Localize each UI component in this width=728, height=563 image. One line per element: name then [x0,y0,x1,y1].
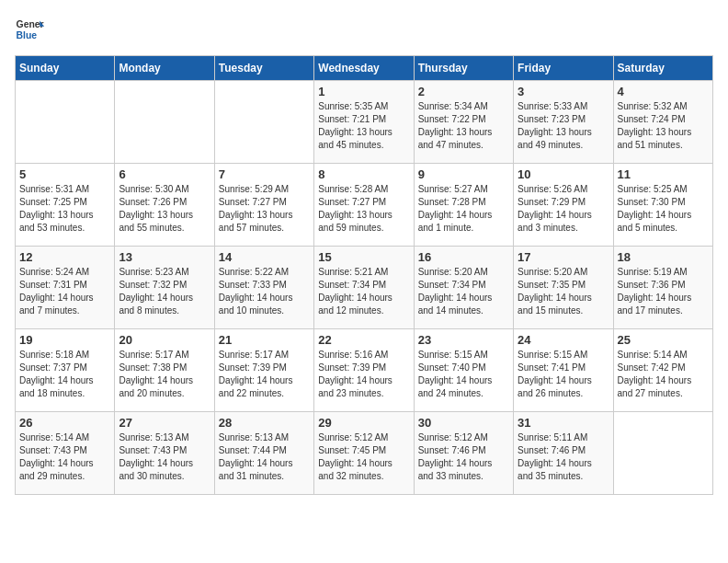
weekday-header: Thursday [414,56,513,81]
calendar-cell: 23Sunrise: 5:15 AM Sunset: 7:40 PM Dayli… [414,329,513,412]
day-info: Sunrise: 5:30 AM Sunset: 7:26 PM Dayligh… [119,183,210,235]
day-number: 31 [518,416,609,430]
day-info: Sunrise: 5:33 AM Sunset: 7:23 PM Dayligh… [518,100,609,152]
day-number: 26 [19,416,110,430]
calendar-cell: 3Sunrise: 5:33 AM Sunset: 7:23 PM Daylig… [514,81,613,164]
calendar-week-row: 5Sunrise: 5:31 AM Sunset: 7:25 PM Daylig… [16,164,713,247]
day-info: Sunrise: 5:35 AM Sunset: 7:21 PM Dayligh… [318,100,409,152]
day-number: 5 [19,167,110,181]
day-number: 29 [318,416,409,430]
calendar-cell: 1Sunrise: 5:35 AM Sunset: 7:21 PM Daylig… [314,81,414,164]
calendar-cell: 18Sunrise: 5:19 AM Sunset: 7:36 PM Dayli… [613,247,712,329]
calendar-cell: 20Sunrise: 5:17 AM Sunset: 7:38 PM Dayli… [115,329,214,412]
day-number: 11 [618,167,709,181]
weekday-header: Tuesday [214,56,313,81]
day-info: Sunrise: 5:11 AM Sunset: 7:46 PM Dayligh… [518,431,609,483]
day-info: Sunrise: 5:34 AM Sunset: 7:22 PM Dayligh… [418,100,509,152]
day-number: 18 [618,250,709,264]
calendar-cell: 9Sunrise: 5:27 AM Sunset: 7:28 PM Daylig… [414,164,513,247]
day-number: 24 [518,333,609,347]
day-info: Sunrise: 5:29 AM Sunset: 7:27 PM Dayligh… [219,183,310,235]
day-number: 23 [418,333,509,347]
day-number: 28 [219,416,310,430]
calendar-table: SundayMondayTuesdayWednesdayThursdayFrid… [15,55,713,495]
day-number: 19 [19,333,110,347]
calendar-cell: 27Sunrise: 5:13 AM Sunset: 7:43 PM Dayli… [115,412,214,495]
day-number: 2 [418,85,509,98]
day-info: Sunrise: 5:18 AM Sunset: 7:37 PM Dayligh… [19,349,110,400]
calendar-cell: 30Sunrise: 5:12 AM Sunset: 7:46 PM Dayli… [414,412,513,495]
weekday-header: Saturday [613,56,712,81]
calendar-cell: 21Sunrise: 5:17 AM Sunset: 7:39 PM Dayli… [214,329,313,412]
day-info: Sunrise: 5:25 AM Sunset: 7:30 PM Dayligh… [618,183,709,235]
day-info: Sunrise: 5:22 AM Sunset: 7:33 PM Dayligh… [219,266,310,317]
day-number: 15 [318,250,409,264]
day-number: 8 [318,167,409,181]
day-info: Sunrise: 5:13 AM Sunset: 7:43 PM Dayligh… [119,431,210,483]
day-info: Sunrise: 5:17 AM Sunset: 7:38 PM Dayligh… [119,349,210,400]
day-info: Sunrise: 5:24 AM Sunset: 7:31 PM Dayligh… [19,266,110,317]
calendar-cell: 10Sunrise: 5:26 AM Sunset: 7:29 PM Dayli… [514,164,613,247]
day-number: 13 [119,250,210,264]
day-info: Sunrise: 5:27 AM Sunset: 7:28 PM Dayligh… [418,183,509,235]
day-info: Sunrise: 5:20 AM Sunset: 7:34 PM Dayligh… [418,266,509,317]
day-number: 9 [418,167,509,181]
calendar-cell: 29Sunrise: 5:12 AM Sunset: 7:45 PM Dayli… [314,412,414,495]
calendar-cell: 17Sunrise: 5:20 AM Sunset: 7:35 PM Dayli… [514,247,613,329]
svg-text:Blue: Blue [17,30,38,40]
calendar-cell: 6Sunrise: 5:30 AM Sunset: 7:26 PM Daylig… [115,164,214,247]
day-info: Sunrise: 5:21 AM Sunset: 7:34 PM Dayligh… [318,266,409,317]
calendar-cell: 24Sunrise: 5:15 AM Sunset: 7:41 PM Dayli… [514,329,613,412]
calendar-cell: 22Sunrise: 5:16 AM Sunset: 7:39 PM Dayli… [314,329,414,412]
calendar-cell: 28Sunrise: 5:13 AM Sunset: 7:44 PM Dayli… [214,412,313,495]
day-info: Sunrise: 5:26 AM Sunset: 7:29 PM Dayligh… [518,183,609,235]
calendar-week-row: 19Sunrise: 5:18 AM Sunset: 7:37 PM Dayli… [16,329,713,412]
day-info: Sunrise: 5:32 AM Sunset: 7:24 PM Dayligh… [618,100,709,152]
day-number: 3 [518,85,609,98]
calendar-cell: 25Sunrise: 5:14 AM Sunset: 7:42 PM Dayli… [613,329,712,412]
day-info: Sunrise: 5:16 AM Sunset: 7:39 PM Dayligh… [318,349,409,400]
day-number: 21 [219,333,310,347]
weekday-header: Friday [514,56,613,81]
calendar-week-row: 26Sunrise: 5:14 AM Sunset: 7:43 PM Dayli… [16,412,713,495]
day-number: 25 [618,333,709,347]
day-info: Sunrise: 5:19 AM Sunset: 7:36 PM Dayligh… [618,266,709,317]
day-info: Sunrise: 5:15 AM Sunset: 7:40 PM Dayligh… [418,349,509,400]
day-info: Sunrise: 5:15 AM Sunset: 7:41 PM Dayligh… [518,349,609,400]
calendar-cell: 14Sunrise: 5:22 AM Sunset: 7:33 PM Dayli… [214,247,313,329]
calendar-cell: 19Sunrise: 5:18 AM Sunset: 7:37 PM Dayli… [16,329,115,412]
calendar-cell: 5Sunrise: 5:31 AM Sunset: 7:25 PM Daylig… [16,164,115,247]
calendar-cell [16,81,115,164]
day-number: 1 [318,85,409,98]
logo: General Blue [15,15,44,44]
day-info: Sunrise: 5:31 AM Sunset: 7:25 PM Dayligh… [19,183,110,235]
calendar-cell: 15Sunrise: 5:21 AM Sunset: 7:34 PM Dayli… [314,247,414,329]
calendar-cell: 31Sunrise: 5:11 AM Sunset: 7:46 PM Dayli… [514,412,613,495]
day-number: 10 [518,167,609,181]
calendar-week-row: 12Sunrise: 5:24 AM Sunset: 7:31 PM Dayli… [16,247,713,329]
calendar-week-row: 1Sunrise: 5:35 AM Sunset: 7:21 PM Daylig… [16,81,713,164]
weekday-header: Monday [115,56,214,81]
day-number: 27 [119,416,210,430]
calendar-cell: 2Sunrise: 5:34 AM Sunset: 7:22 PM Daylig… [414,81,513,164]
day-info: Sunrise: 5:14 AM Sunset: 7:43 PM Dayligh… [19,431,110,483]
day-number: 17 [518,250,609,264]
day-info: Sunrise: 5:12 AM Sunset: 7:46 PM Dayligh… [418,431,509,483]
calendar-cell: 26Sunrise: 5:14 AM Sunset: 7:43 PM Dayli… [16,412,115,495]
day-info: Sunrise: 5:23 AM Sunset: 7:32 PM Dayligh… [119,266,210,317]
calendar-cell: 13Sunrise: 5:23 AM Sunset: 7:32 PM Dayli… [115,247,214,329]
calendar-cell [214,81,313,164]
calendar-cell [115,81,214,164]
day-number: 30 [418,416,509,430]
day-info: Sunrise: 5:20 AM Sunset: 7:35 PM Dayligh… [518,266,609,317]
day-number: 7 [219,167,310,181]
logo-icon: General Blue [15,15,44,44]
page-header: General Blue [15,15,713,44]
weekday-header: Wednesday [314,56,414,81]
calendar-cell: 12Sunrise: 5:24 AM Sunset: 7:31 PM Dayli… [16,247,115,329]
calendar-cell: 7Sunrise: 5:29 AM Sunset: 7:27 PM Daylig… [214,164,313,247]
calendar-header-row: SundayMondayTuesdayWednesdayThursdayFrid… [16,56,713,81]
day-info: Sunrise: 5:17 AM Sunset: 7:39 PM Dayligh… [219,349,310,400]
day-number: 4 [618,85,709,98]
day-number: 12 [19,250,110,264]
